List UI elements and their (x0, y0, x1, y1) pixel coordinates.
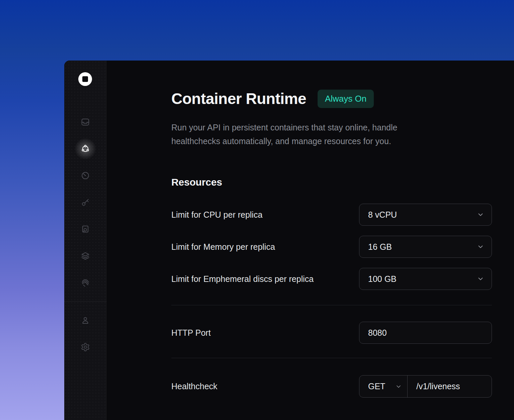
http-port-input[interactable]: 8080 (359, 322, 492, 344)
cpu-limit-label: Limit for CPU per replica (171, 210, 262, 220)
sidebar-item-container-runtime[interactable] (77, 141, 93, 157)
resources-heading: Resources (171, 177, 492, 188)
chevron-down-icon (477, 211, 484, 218)
file-search-icon (81, 224, 90, 234)
chevron-down-icon (395, 383, 402, 390)
memory-limit-select[interactable]: 16 GB (359, 236, 492, 258)
settings-gear-icon (81, 342, 90, 352)
key-icon (81, 198, 90, 207)
user-icon (81, 316, 90, 325)
ephemeral-disc-limit-label: Limit for Emphemeral discs per replica (171, 274, 314, 284)
sidebar-item-logs[interactable] (77, 221, 93, 237)
inbox-icon (81, 117, 90, 127)
ephemeral-disc-limit-row: Limit for Emphemeral discs per replica 1… (171, 268, 492, 290)
healthcheck-path-input[interactable]: /v1/liveness (408, 376, 492, 397)
sidebar-divider (64, 301, 106, 302)
layers-icon (81, 251, 90, 260)
http-port-label: HTTP Port (171, 328, 211, 338)
app-logo[interactable] (78, 72, 92, 86)
section-divider (171, 305, 492, 305)
page-title: Container Runtime (171, 90, 306, 108)
sidebar-item-inbox[interactable] (77, 114, 93, 130)
cpu-limit-row: Limit for CPU per replica 8 vCPU (171, 204, 492, 226)
app-logo-mark (82, 76, 88, 82)
ephemeral-disc-limit-select[interactable]: 100 GB (359, 268, 492, 290)
memory-limit-label: Limit for Memory per replica (171, 242, 275, 252)
healthcheck-control: GET /v1/liveness (359, 375, 492, 398)
cpu-limit-value: 8 vCPU (368, 210, 397, 220)
healthcheck-path-value: /v1/liveness (416, 382, 460, 391)
sidebar-item-layers[interactable] (77, 248, 93, 264)
cpu-limit-select[interactable]: 8 vCPU (359, 204, 492, 226)
share-network-icon (81, 144, 90, 153)
status-badge: Always On (318, 90, 374, 108)
app-window: Container Runtime Always On Run your API… (64, 61, 514, 420)
chevron-down-icon (477, 275, 484, 283)
chevron-down-icon (477, 243, 484, 250)
memory-limit-row: Limit for Memory per replica 16 GB (171, 236, 492, 258)
page-header: Container Runtime Always On (171, 90, 492, 108)
ephemeral-disc-limit-value: 100 GB (368, 274, 397, 284)
main-content: Container Runtime Always On Run your API… (106, 61, 514, 420)
healthcheck-method-select[interactable]: GET (359, 376, 408, 397)
desktop-gradient-background: { "colors": { "gradient_top": "#0a35a2",… (0, 0, 514, 420)
http-port-row: HTTP Port 8080 (171, 322, 492, 344)
healthcheck-row: Healthcheck GET /v1/liveness (171, 375, 492, 398)
section-divider (171, 358, 492, 358)
healthcheck-method-value: GET (368, 382, 385, 391)
sidebar-item-metrics[interactable] (77, 168, 93, 184)
gauge-icon (81, 171, 90, 180)
sidebar-item-account[interactable] (77, 312, 93, 328)
sidebar-item-identity[interactable] (77, 275, 93, 291)
memory-limit-value: 16 GB (368, 242, 392, 252)
sidebar-item-keys[interactable] (77, 194, 93, 210)
page-description: Run your API in persistent containers th… (171, 121, 439, 148)
sidebar (64, 61, 106, 420)
fingerprint-icon (81, 278, 90, 287)
http-port-value: 8080 (368, 328, 387, 338)
sidebar-item-settings[interactable] (77, 339, 93, 355)
healthcheck-label: Healthcheck (171, 382, 218, 391)
